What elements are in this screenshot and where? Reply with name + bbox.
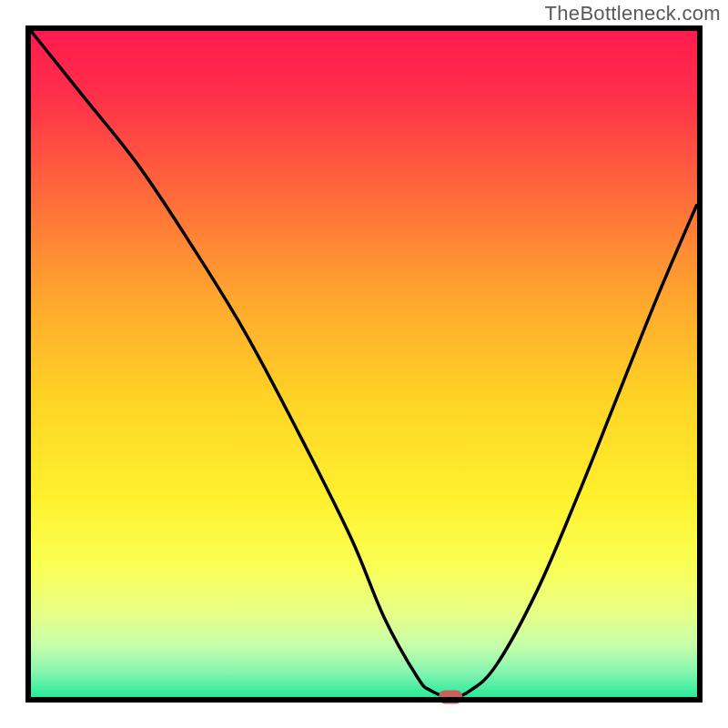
chart-container: TheBottleneck.com: [0, 0, 728, 728]
bottleneck-chart: [0, 0, 728, 728]
watermark-text: TheBottleneck.com: [545, 2, 721, 25]
chart-background: [28, 28, 700, 700]
